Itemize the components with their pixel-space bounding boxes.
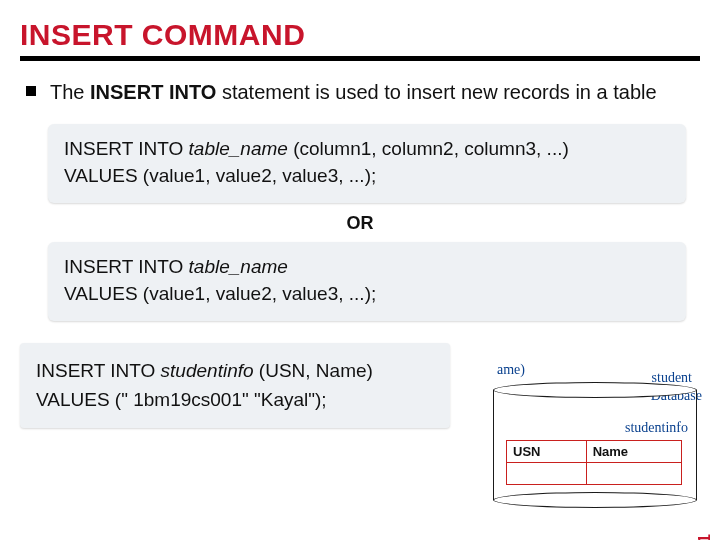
title-underline <box>20 56 700 61</box>
syntax2-line1: INSERT INTO table_name <box>64 254 670 281</box>
bullet-suffix: statement is used to insert new records … <box>216 81 656 103</box>
syntax-panel-1: INSERT INTO table_name (column1, column2… <box>48 124 686 203</box>
example-line1: INSERT INTO studentinfo (USN, Name) <box>36 357 434 386</box>
page-number: 21 <box>696 534 714 540</box>
example-columns: (USN, Name) <box>259 360 373 381</box>
clipped-text: ame) <box>497 362 525 378</box>
cylinder-body: studentinfo USN Name <box>493 390 697 500</box>
syntax-panel-2: INSERT INTO table_name VALUES (value1, v… <box>48 242 686 321</box>
slide-title: INSERT COMMAND <box>20 18 700 52</box>
empty-cell <box>507 463 587 485</box>
bullet-item: The INSERT INTO statement is used to ins… <box>26 79 700 106</box>
col-usn: USN <box>507 441 587 463</box>
square-bullet-icon <box>26 86 36 96</box>
studentinfo-label: studentinfo <box>625 420 688 436</box>
table-row <box>507 463 682 485</box>
kw-insert-into: INSERT INTO <box>64 138 189 159</box>
example-line2: VALUES (" 1bm19cs001" "Kayal"); <box>36 386 434 415</box>
kw-insert-into-3: INSERT INTO <box>36 360 161 381</box>
kw-insert-into-2: INSERT INTO <box>64 256 189 277</box>
slide: INSERT COMMAND The INSERT INTO statement… <box>0 0 720 540</box>
empty-cell <box>586 463 681 485</box>
syntax1-line1: INSERT INTO table_name (column1, column2… <box>64 136 670 163</box>
columns-list: (column1, column2, column3, ...) <box>293 138 569 159</box>
bullet-text: The INSERT INTO statement is used to ins… <box>50 79 657 106</box>
syntax1-line2: VALUES (value1, value2, value3, ...); <box>64 163 670 190</box>
or-separator: OR <box>20 213 700 234</box>
col-name: Name <box>586 441 681 463</box>
table-name-placeholder-2: table_name <box>189 256 288 277</box>
example-panel: INSERT INTO studentinfo (USN, Name) VALU… <box>20 343 450 428</box>
table-row: USN Name <box>507 441 682 463</box>
table-name-placeholder: table_name <box>189 138 294 159</box>
schema-table: USN Name <box>506 440 682 485</box>
example-table-name: studentinfo <box>161 360 259 381</box>
bullet-prefix: The <box>50 81 90 103</box>
bullet-strong: INSERT INTO <box>90 81 216 103</box>
cylinder-icon: studentinfo USN Name <box>493 382 698 508</box>
syntax2-line2: VALUES (value1, value2, value3, ...); <box>64 281 670 308</box>
